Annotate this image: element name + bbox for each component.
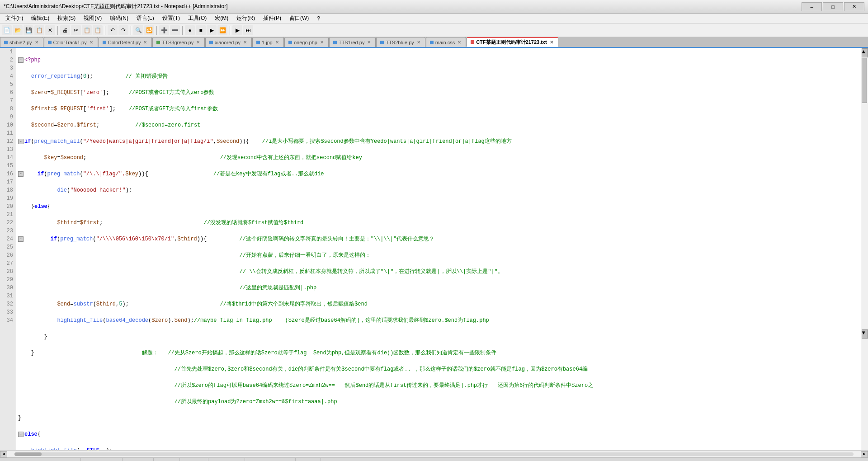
tab-label-onego: onego.php	[294, 40, 317, 45]
open-button[interactable]: 📂	[13, 25, 23, 35]
tab-1jpg[interactable]: 1.jpg ✕	[252, 37, 284, 47]
horizontal-scrollbar[interactable]: ◀ ▶	[0, 450, 868, 457]
new-button[interactable]: 📄	[2, 25, 12, 35]
status-ins: INS	[321, 458, 340, 461]
tab-maincss[interactable]: main.css ✕	[426, 37, 466, 47]
hscroll-right-arrow[interactable]: ▶	[861, 451, 868, 457]
menu-search[interactable]: 搜索(S)	[54, 14, 79, 23]
hscroll-track	[14, 452, 854, 456]
menu-settings[interactable]: 设置(T)	[159, 14, 184, 23]
maximize-button[interactable]: □	[823, 2, 843, 11]
code-line-1: -<?php	[16, 56, 861, 64]
tab-close-colordetect[interactable]: ✕	[142, 40, 148, 45]
tab-close-onego[interactable]: ✕	[319, 40, 325, 45]
run-macro-button[interactable]: ⏩	[217, 25, 227, 35]
close-button[interactable]: ✕	[844, 2, 864, 11]
record-button[interactable]: ●	[185, 25, 195, 35]
save-all-button[interactable]: 📋	[34, 25, 44, 35]
minimize-button[interactable]: –	[802, 2, 822, 11]
menu-encode[interactable]: 编码(N)	[106, 14, 132, 23]
line-num-22: 22	[2, 219, 13, 227]
tab-label-maincss: main.css	[435, 40, 455, 45]
menu-help[interactable]: ?	[313, 14, 324, 23]
tab-shibie2[interactable]: shibie2.py ✕	[0, 37, 43, 47]
code-line-12: - if(preg_match("/\\\\056\160\150\x70/i"…	[16, 235, 861, 243]
line-num-4: 4	[2, 72, 13, 80]
fold-1[interactable]: -	[18, 57, 24, 63]
fold-24[interactable]: -	[18, 432, 24, 437]
menu-run[interactable]: 运行(R)	[233, 14, 259, 23]
undo-button[interactable]: ↶	[108, 25, 118, 35]
menu-edit[interactable]: 编辑(E)	[28, 14, 53, 23]
tab-label-ctf: CTF某题正则代码审计21723.txt	[476, 39, 547, 46]
window-title: *C:\Users\Administrator\Desktop\CTF某题正则代…	[4, 3, 802, 10]
stop-button[interactable]: ■	[196, 25, 206, 35]
fold-12[interactable]: -	[18, 236, 24, 242]
code-line-24: -else{	[16, 430, 861, 438]
find-button[interactable]: 🔍	[133, 25, 143, 35]
tab-colortrack1[interactable]: ColorTrack1.py ✕	[44, 37, 98, 47]
tab-close-xiaoored[interactable]: ✕	[242, 40, 248, 45]
menu-lang[interactable]: 语言(L)	[133, 14, 158, 23]
paste-button[interactable]: 📋	[93, 25, 103, 35]
code-area[interactable]: -<?php error_reporting(0); // 关闭错误报告 $ze…	[16, 48, 861, 450]
vertical-scrollbar[interactable]: ▲ ▼	[861, 48, 868, 450]
tab-icon-colortrack1	[48, 41, 52, 44]
status-pos: Pos : 2,763	[208, 458, 245, 461]
line-num-19: 19	[2, 194, 13, 202]
tab-close-shibie2[interactable]: ✕	[34, 40, 39, 45]
play-button[interactable]: ▶	[207, 25, 217, 35]
fold-6[interactable]: -	[18, 139, 24, 144]
replace-button[interactable]: 🔁	[144, 25, 154, 35]
print-button[interactable]: 🖨	[60, 25, 70, 35]
vscroll-up-arrow[interactable]: ▲	[862, 48, 868, 57]
menu-view[interactable]: 视图(V)	[80, 14, 105, 23]
code-line-17: highlight_file(base64_decode($zero).$end…	[16, 316, 861, 325]
redo-button[interactable]: ↷	[118, 25, 128, 35]
tab-close-tts1red[interactable]: ✕	[366, 40, 372, 45]
line-num-26: 26	[2, 251, 13, 259]
status-length: length : 2,762	[81, 458, 123, 461]
tab-xiaoored[interactable]: xiaoored.py ✕	[205, 37, 252, 47]
hscroll-thumb[interactable]	[14, 452, 42, 456]
tab-tts1red[interactable]: TTS1red.py ✕	[329, 37, 376, 47]
code-line-6: -if(preg_match_all("/Yeedo|wants|a|girl|…	[16, 137, 861, 146]
tab-onego[interactable]: onego.php ✕	[284, 37, 329, 47]
tab-close-ctf[interactable]: ✕	[549, 40, 554, 45]
status-lineending: Windows (CR LF)	[245, 458, 296, 461]
zoom-in-button[interactable]: ➕	[159, 25, 169, 35]
menu-window[interactable]: 窗口(W)	[286, 14, 312, 23]
save-button[interactable]: 💾	[24, 25, 33, 35]
run-script-button[interactable]: ▶	[232, 25, 242, 35]
line-num-11: 11	[2, 129, 13, 137]
vscroll-down-arrow[interactable]: ▼	[862, 329, 868, 339]
tab-ctf[interactable]: CTF某题正则代码审计21723.txt ✕	[467, 37, 558, 47]
tab-close-tts3green[interactable]: ✕	[195, 40, 201, 45]
tab-close-colortrack1[interactable]: ✕	[89, 40, 94, 45]
tab-close-tts2blue[interactable]: ✕	[416, 40, 421, 45]
line-num-24: 24	[2, 235, 13, 243]
vscroll-thumb[interactable]	[862, 58, 867, 103]
code-line-8: - if(preg_match("/\.\|flag/",$key)){ //若…	[16, 170, 861, 178]
copy-button[interactable]: 📋	[82, 25, 92, 35]
menu-tools[interactable]: 工具(O)	[184, 14, 210, 23]
hscroll-left-arrow[interactable]: ◀	[0, 451, 7, 457]
tab-icon-maincss	[430, 41, 434, 44]
fold-8[interactable]: -	[18, 171, 24, 177]
status-ln: Ln : 34	[154, 458, 180, 461]
cut-button[interactable]: ✂	[71, 25, 81, 35]
tab-close-maincss[interactable]: ✕	[457, 40, 462, 45]
close-button2[interactable]: ✕	[45, 25, 55, 35]
menu-plugin[interactable]: 插件(P)	[259, 14, 285, 23]
tab-icon-tts3green	[156, 41, 160, 44]
tab-tts3green[interactable]: TTS3green.py ✕	[152, 37, 205, 47]
tab-close-1jpg[interactable]: ✕	[274, 40, 280, 45]
menu-macro[interactable]: 宏(M)	[211, 14, 232, 23]
run-script2-button[interactable]: ⏭	[243, 25, 253, 35]
menu-file[interactable]: 文件(F)	[2, 14, 27, 23]
tab-tts2blue[interactable]: TTS2blue.py ✕	[376, 37, 425, 47]
tab-colordetect[interactable]: ColorDetect.py ✕	[99, 37, 152, 47]
zoom-out-button[interactable]: ➖	[170, 25, 180, 35]
toolbar-sep-5	[182, 26, 183, 35]
line-num-2: 2	[2, 56, 13, 64]
